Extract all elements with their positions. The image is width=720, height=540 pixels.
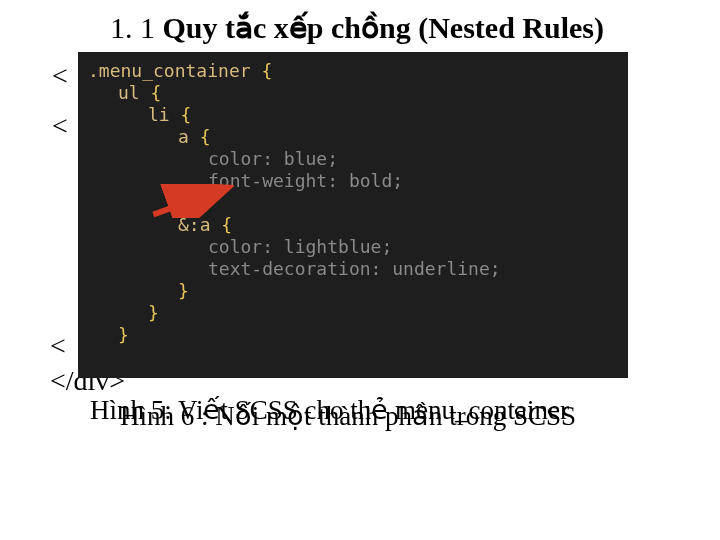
page: 1. 1 Quy tắc xếp chồng (Nested Rules) < … bbox=[0, 0, 720, 540]
code-line: .menu_container { bbox=[88, 60, 618, 82]
code-line: &:a { bbox=[178, 214, 618, 236]
code-line: } bbox=[178, 192, 618, 214]
code-line: } bbox=[118, 324, 618, 346]
code-line: color: blue; bbox=[208, 148, 618, 170]
section-heading: 1. 1 Quy tắc xếp chồng (Nested Rules) bbox=[110, 10, 604, 45]
code-line: font-weight: bold; bbox=[208, 170, 618, 192]
figure-caption-6: Hình 6 : Nối một thành phần trong SCSS bbox=[120, 400, 576, 432]
code-line: a { bbox=[178, 126, 618, 148]
background-code-fragment: < bbox=[50, 330, 66, 362]
code-editor-overlay: .menu_container { ul { li { a { color: b… bbox=[78, 52, 628, 378]
code-line: } bbox=[148, 302, 618, 324]
heading-text: Quy tắc xếp chồng (Nested Rules) bbox=[163, 11, 605, 44]
background-code-fragment: < bbox=[52, 110, 68, 142]
code-line: text-decoration: underline; bbox=[208, 258, 618, 280]
code-line: color: lightblue; bbox=[208, 236, 618, 258]
heading-number: 1. 1 bbox=[110, 11, 163, 44]
code-line: ul { bbox=[118, 82, 618, 104]
background-code-fragment: < bbox=[52, 60, 68, 92]
code-line: } bbox=[178, 280, 618, 302]
code-line: li { bbox=[148, 104, 618, 126]
figure-captions: Hình 5: Viết SCSS cho thẻ menu_container… bbox=[90, 394, 670, 434]
